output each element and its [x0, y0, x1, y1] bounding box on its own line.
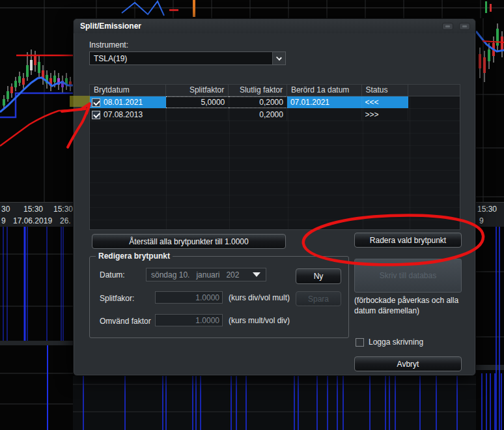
- row-checkbox-checked[interactable]: [92, 111, 100, 119]
- cell-text: 07.08.2013: [104, 110, 143, 119]
- axis-time-label: 15:30: [477, 205, 497, 214]
- cell-empty[interactable]: [408, 109, 460, 121]
- splitfaktor-hint: (kurs div/vol mult): [229, 293, 290, 302]
- chevron-down-icon[interactable]: [272, 52, 285, 64]
- write-to-database-button[interactable]: Skriv till databas: [354, 259, 462, 293]
- datum-value: söndag 10. januari 202: [151, 270, 253, 280]
- close-button[interactable]: [459, 23, 470, 30]
- breakpoints-table: Brytdatum Splitfaktor Slutlig faktor Ber…: [89, 84, 460, 230]
- table-empty-grid: [90, 121, 460, 229]
- axis-date-label: 9: [479, 216, 484, 225]
- row-checkbox-checked[interactable]: [92, 98, 100, 107]
- axis-time-label: 15:30: [53, 205, 73, 214]
- axis-time-label: 30: [1, 205, 10, 214]
- cell-splitfaktor[interactable]: [166, 109, 229, 121]
- cell-berord-1a-datum[interactable]: 07.01.2021: [287, 96, 362, 108]
- datum-label: Datum:: [100, 270, 125, 280]
- column-header-slutlig-faktor[interactable]: Slutlig faktor: [229, 85, 287, 96]
- write-note: (förbockade påverkas och alla datum däre…: [354, 295, 469, 316]
- axis-date-label: 9: [1, 216, 6, 225]
- reset-all-breakpoints-button[interactable]: Återställ alla brytpunkter till 1.0000: [92, 234, 286, 249]
- cell-text: 08.01.2021: [104, 98, 143, 107]
- background-chart-right: [476, 18, 504, 202]
- column-header-empty[interactable]: [408, 85, 460, 96]
- column-header-splitfaktor[interactable]: Splitfaktor: [166, 85, 229, 96]
- yellow-highlight-annotation: [70, 96, 90, 107]
- omvand-faktor-hint: (kurs mult/vol div): [229, 316, 290, 325]
- omvand-faktor-label: Omvänd faktor: [100, 317, 151, 326]
- cell-slutlig-faktor[interactable]: 0,2000: [229, 109, 287, 121]
- column-header-status[interactable]: Status: [362, 85, 409, 96]
- axis-time-label: 15:30: [23, 205, 43, 214]
- dropdown-arrow-icon[interactable]: [253, 272, 260, 277]
- cancel-button[interactable]: Avbryt: [354, 356, 462, 371]
- cell-brytdatum[interactable]: 07.08.2013: [90, 109, 166, 121]
- table-row[interactable]: 07.08.2013 0,2000 >>>: [90, 109, 460, 121]
- axis-date-label: 26.: [60, 216, 71, 225]
- dialog-title: Split/Emissioner: [80, 19, 141, 33]
- cell-status[interactable]: >>>: [362, 109, 409, 121]
- app-screen: 30 15:30 15:30 9 17.06.2019 26. 15:30 9: [0, 0, 504, 430]
- table-header-row: Brytdatum Splitfaktor Slutlig faktor Ber…: [90, 85, 460, 96]
- background-panel-bottom: [73, 376, 476, 430]
- instrument-select[interactable]: TSLA(19): [89, 51, 286, 65]
- column-header-berord-1a-datum[interactable]: Berörd 1a datum: [287, 85, 362, 96]
- edit-breakpoint-group-title: Redigera brytpunkt: [96, 251, 173, 261]
- cell-splitfaktor[interactable]: 5,0000: [166, 96, 229, 108]
- background-volume-left: [0, 227, 73, 430]
- table-row-selected[interactable]: 08.01.2021 5,0000 0,2000 07.01.2021 <<<: [90, 96, 460, 109]
- split-emissioner-dialog: Split/Emissioner Instrument: TSLA(19) Br…: [73, 18, 476, 376]
- cell-brytdatum[interactable]: 08.01.2021: [90, 96, 166, 108]
- background-volume-right: [476, 227, 504, 430]
- minimize-button[interactable]: [442, 23, 453, 30]
- axis-date-label: 17.06.2019: [13, 216, 52, 225]
- column-header-brytdatum[interactable]: Brytdatum: [90, 85, 166, 96]
- cell-status[interactable]: <<<: [362, 96, 409, 108]
- logga-skrivning-checkbox[interactable]: [356, 338, 364, 347]
- delete-selected-breakpoint-button[interactable]: Radera vald brytpunkt: [354, 233, 462, 248]
- background-chart-top: [73, 0, 504, 18]
- save-button[interactable]: Spara: [296, 291, 341, 306]
- dialog-titlebar[interactable]: Split/Emissioner: [74, 19, 475, 33]
- cell-slutlig-faktor[interactable]: 0,2000: [229, 96, 287, 108]
- splitfaktor-input[interactable]: 1.0000: [155, 291, 223, 304]
- omvand-faktor-input[interactable]: 1.0000: [155, 314, 223, 326]
- datum-picker[interactable]: söndag 10. januari 202: [146, 268, 266, 281]
- background-chart-left: [0, 0, 73, 202]
- cell-empty[interactable]: [408, 96, 460, 108]
- new-button[interactable]: Ny: [296, 268, 341, 284]
- instrument-value: TSLA(19): [90, 54, 272, 63]
- splitfaktor-label: Splitfakor:: [100, 294, 134, 303]
- instrument-label: Instrument:: [89, 40, 128, 50]
- logga-skrivning-label: Logga skrivning: [369, 337, 423, 347]
- cell-berord-1a-datum[interactable]: [287, 109, 362, 121]
